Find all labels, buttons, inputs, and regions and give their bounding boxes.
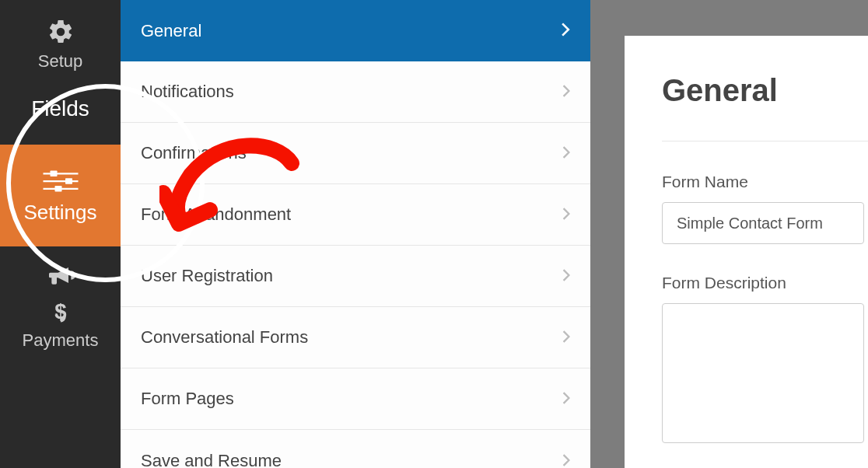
dollar-icon: $	[42, 296, 79, 326]
chevron-right-icon	[562, 143, 570, 163]
sidebar-item-marketing[interactable]	[0, 246, 121, 293]
chevron-right-icon	[562, 82, 570, 102]
sidebar-item-setup[interactable]: Setup	[0, 0, 121, 84]
panel-item-save-resume[interactable]: Save and Resume	[121, 430, 590, 468]
svg-rect-5	[54, 186, 61, 192]
divider	[662, 141, 868, 141]
panel-item-conversational-forms[interactable]: Conversational Forms	[121, 307, 590, 368]
sidebar-item-label: Setup	[38, 51, 83, 72]
panel-item-label: Notifications	[141, 82, 234, 102]
chevron-right-icon	[562, 266, 570, 286]
panel-item-confirmations[interactable]: Confirmations	[121, 123, 590, 184]
form-name-input[interactable]	[662, 202, 864, 244]
sidebar-item-label: Payments	[23, 330, 99, 351]
chevron-right-icon	[562, 204, 570, 225]
sidebar-item-settings[interactable]: Settings	[0, 145, 121, 246]
chevron-right-icon	[562, 327, 570, 348]
panel-item-notifications[interactable]: Notifications	[121, 61, 590, 123]
sidebar-item-label: Fields	[31, 96, 89, 121]
settings-panel: General Notifications Confirmations Form…	[121, 0, 590, 468]
panel-item-label: Form Pages	[141, 389, 234, 409]
svg-text:$: $	[54, 299, 66, 323]
page-title: General	[662, 73, 868, 108]
panel-item-label: Form Abandonment	[141, 204, 291, 225]
megaphone-icon	[42, 260, 79, 290]
chevron-right-icon	[561, 21, 570, 41]
sidebar-item-payments[interactable]: $ Payments	[0, 293, 121, 363]
svg-rect-3	[65, 178, 72, 184]
form-description-label: Form Description	[662, 274, 868, 292]
sliders-icon	[42, 166, 79, 196]
panel-item-label: General	[141, 21, 201, 41]
sidebar-item-label: Settings	[24, 201, 97, 225]
form-description-input[interactable]	[662, 303, 864, 443]
panel-item-user-registration[interactable]: User Registration	[121, 246, 590, 307]
panel-item-label: Confirmations	[141, 143, 247, 163]
panel-item-form-pages[interactable]: Form Pages	[121, 368, 590, 430]
chevron-right-icon	[562, 451, 570, 469]
svg-rect-1	[50, 171, 57, 177]
content-card: General Form Name Form Description	[625, 36, 868, 468]
sidebar: Setup Fields Settings $ Payments	[0, 0, 121, 468]
sidebar-item-fields[interactable]: Fields	[0, 84, 121, 145]
form-name-label: Form Name	[662, 173, 868, 191]
panel-item-general[interactable]: General	[121, 0, 590, 61]
gear-icon	[42, 17, 79, 47]
panel-item-label: User Registration	[141, 266, 273, 286]
panel-item-label: Save and Resume	[141, 451, 282, 469]
panel-item-form-abandonment[interactable]: Form Abandonment	[121, 184, 590, 246]
panel-item-label: Conversational Forms	[141, 327, 308, 348]
content-area: General Form Name Form Description	[590, 0, 868, 468]
chevron-right-icon	[562, 389, 570, 409]
